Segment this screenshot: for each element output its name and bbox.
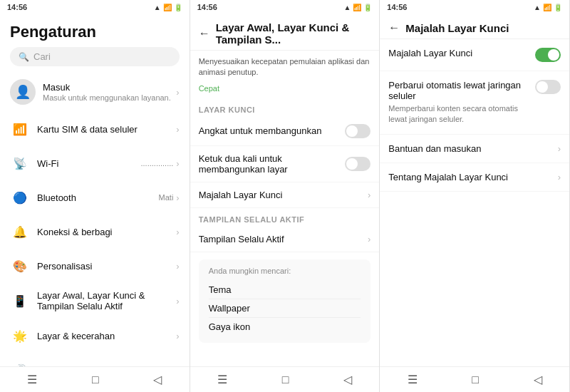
wifi-menu-icon: 📡 — [10, 153, 30, 173]
panel2-link[interactable]: Cepat — [190, 84, 380, 98]
menu-item-display[interactable]: 🌟 Layar & kecerahan › — [0, 319, 190, 353]
suggestions-box: Anda mungkin mencari: Tema Wallpaper Gay… — [199, 259, 371, 343]
account-text: Masuk Masuk untuk menggunakan layanan. — [43, 82, 176, 102]
panel3-header: ← Majalah Layar Kunci — [380, 14, 569, 39]
p3-item-about[interactable]: Tentang Majalah Layar Kunci › — [380, 163, 569, 192]
battery-icon: 🔋 — [174, 4, 182, 11]
time-2: 14:56 — [197, 3, 217, 11]
time-3: 14:56 — [387, 3, 407, 11]
p3-item-auto-update[interactable]: Perbarui otomatis lewat jaringan seluler… — [380, 71, 569, 135]
status-bar-1: 14:56 ▲ 📶 🔋 — [0, 0, 190, 14]
connections-text: Koneksi & berbagi — [37, 227, 176, 237]
menu-item-connections[interactable]: 🔔 Koneksi & berbagi › — [0, 215, 190, 249]
nav-back-1[interactable]: ◁ — [153, 373, 162, 386]
aod-chevron: › — [368, 234, 370, 244]
search-bar[interactable]: 🔍 Cari — [10, 47, 180, 66]
back-arrow-2[interactable]: ← — [199, 27, 210, 40]
auto-update-toggle[interactable] — [535, 80, 561, 94]
magazine-lockscreen-label: Majalah Layar Kunci — [199, 190, 368, 200]
display-label: Layar & kecerahan — [37, 331, 176, 341]
double-tap-text: Ketuk dua kali untuk membangunkan layar — [199, 153, 346, 175]
double-tap-toggle[interactable] — [345, 157, 370, 171]
menu-item-wifi[interactable]: 📡 Wi-Fi ............... › — [0, 146, 190, 180]
personalization-text: Personalisasi — [37, 261, 176, 272]
suggestion-wallpaper[interactable]: Wallpaper — [209, 299, 361, 318]
magazine-lockscreen-chevron: › — [368, 190, 370, 200]
battery-icon-3: 🔋 — [554, 4, 562, 11]
wifi-chevron: › — [176, 158, 179, 169]
auto-update-label: Perbarui otomatis lewat jaringan seluler — [388, 80, 535, 101]
time-1: 14:56 — [7, 3, 27, 11]
personalization-chevron: › — [176, 261, 179, 272]
sim-icon: 📶 — [10, 119, 30, 139]
setting-magazine-lockscreen[interactable]: Majalah Layar Kunci › — [190, 182, 380, 208]
nav-home-1[interactable]: □ — [92, 373, 99, 386]
status-bar-3: 14:56 ▲ 📶 🔋 — [380, 0, 569, 14]
magazine-main-toggle[interactable] — [535, 48, 561, 62]
status-icons-1: ▲ 📶 🔋 — [154, 4, 182, 11]
menu-item-homescreen[interactable]: 📱 Layar Awal, Layar Kunci & Tampilan Sel… — [0, 283, 190, 319]
suggestion-gaya-ikon[interactable]: Gaya ikon — [209, 318, 361, 336]
wifi-icon-2: 📶 — [353, 4, 361, 11]
menu-item-sound[interactable]: 🔊 Suara & getaran › — [0, 353, 190, 366]
suggestion-tema[interactable]: Tema — [209, 281, 361, 299]
nav-menu-3[interactable]: ☰ — [408, 373, 418, 386]
setting-double-tap[interactable]: Ketuk dua kali untuk membangunkan layar — [190, 146, 380, 182]
lift-wake-toggle[interactable] — [345, 124, 370, 138]
section-label-aod: TAMPILAN SELALU AKTIF — [190, 208, 380, 227]
search-placeholder: Cari — [33, 51, 51, 62]
wifi-label: Wi-Fi — [37, 158, 140, 169]
back-arrow-3[interactable]: ← — [388, 21, 400, 34]
feedback-text: Bantuan dan masukan — [388, 143, 557, 154]
bluetooth-text: Bluetooth — [37, 192, 159, 203]
menu-item-bluetooth[interactable]: 🔵 Bluetooth Mati › — [0, 180, 190, 215]
nav-home-2[interactable]: □ — [282, 373, 289, 386]
sim-label: Kartu SIM & data seluler — [37, 124, 176, 135]
bluetooth-icon: 🔵 — [10, 187, 30, 207]
aod-text: Tampilan Selalu Aktif — [199, 234, 368, 244]
settings-title: Pengaturan — [10, 23, 180, 41]
section-label-lockscreen: LAYAR KUNCI — [190, 98, 380, 117]
battery-icon-2: 🔋 — [363, 4, 372, 11]
panel2-content: ← Layar Awal, Layar Kunci & Tampilan S..… — [190, 14, 380, 366]
p3-item-magazine[interactable]: Majalah Layar Kunci — [380, 39, 569, 71]
aod-label: Tampilan Selalu Aktif — [199, 234, 368, 244]
setting-lift-wake[interactable]: Angkat untuk membangunkan — [190, 117, 380, 146]
nav-home-3[interactable]: □ — [472, 373, 479, 386]
suggestions-hint: Anda mungkin mencari: — [209, 267, 361, 275]
panel1-header: Pengaturan 🔍 Cari — [0, 14, 190, 72]
wifi-text: Wi-Fi — [37, 158, 140, 169]
auto-update-sub: Memperbarui konten secara otomatis lewat… — [388, 103, 535, 125]
about-chevron: › — [558, 172, 561, 182]
account-section[interactable]: 👤 Masuk Masuk untuk menggunakan layanan.… — [0, 72, 190, 112]
menu-item-personalization[interactable]: 🎨 Personalisasi › — [0, 249, 190, 283]
connections-icon: 🔔 — [10, 222, 30, 242]
signal-icon-3: ▲ — [534, 4, 541, 11]
nav-back-3[interactable]: ◁ — [534, 373, 542, 386]
search-icon: 🔍 — [19, 52, 29, 62]
signal-icon-2: ▲ — [343, 4, 351, 11]
lift-wake-text: Angkat untuk membangunkan — [199, 125, 346, 136]
sim-text: Kartu SIM & data seluler — [37, 124, 176, 135]
panel2-title: Layar Awal, Layar Kunci & Tampilan S... — [216, 21, 371, 46]
account-sub: Masuk untuk menggunakan layanan. — [43, 93, 176, 102]
nav-menu-2[interactable]: ☰ — [217, 373, 227, 386]
setting-aod[interactable]: Tampilan Selalu Aktif › — [190, 227, 380, 252]
display-chevron: › — [176, 331, 179, 341]
signal-icon: ▲ — [154, 4, 161, 11]
personalization-icon: 🎨 — [10, 256, 30, 276]
connections-label: Koneksi & berbagi — [37, 227, 176, 237]
auto-update-text: Perbarui otomatis lewat jaringan seluler… — [388, 80, 535, 125]
status-icons-3: ▲ 📶 🔋 — [534, 4, 562, 11]
p3-item-feedback[interactable]: Bantuan dan masukan › — [380, 135, 569, 163]
status-bar-2: 14:56 ▲ 📶 🔋 — [190, 0, 380, 14]
nav-back-2[interactable]: ◁ — [343, 373, 352, 386]
panel-homescreen-settings: 14:56 ▲ 📶 🔋 ← Layar Awal, Layar Kunci & … — [190, 0, 380, 392]
panel3-title: Majalah Layar Kunci — [405, 22, 561, 34]
bluetooth-status: Mati — [159, 193, 174, 202]
wifi-icon: 📶 — [163, 4, 172, 11]
homescreen-chevron: › — [176, 296, 179, 306]
menu-item-sim[interactable]: 📶 Kartu SIM & data seluler › — [0, 112, 190, 146]
nav-menu-1[interactable]: ☰ — [27, 373, 37, 386]
connections-chevron: › — [176, 227, 179, 237]
